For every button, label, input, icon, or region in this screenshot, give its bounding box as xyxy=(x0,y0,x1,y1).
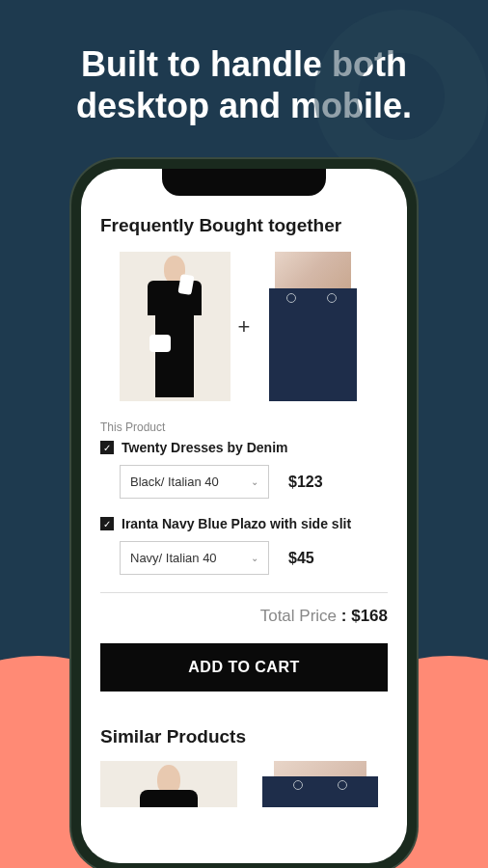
plus-icon: + xyxy=(238,314,251,339)
phone-screen: Frequently Bought together + xyxy=(81,169,407,863)
product-checkbox-1[interactable]: ✓ xyxy=(100,441,114,454)
phone-notch xyxy=(162,169,326,196)
products-row: + xyxy=(100,252,388,401)
product-checkbox-2[interactable]: ✓ xyxy=(100,517,114,530)
check-icon: ✓ xyxy=(103,519,111,529)
total-row: Total Price : $168 xyxy=(100,607,388,626)
add-to-cart-button[interactable]: ADD TO CART xyxy=(100,643,388,692)
product-option-2: ✓ Iranta Navy Blue Plazo with side slit … xyxy=(100,516,388,575)
variant-dropdown-1[interactable]: Black/ Italian 40 ⌄ xyxy=(120,465,269,499)
product-price-2: $45 xyxy=(288,550,314,567)
product-name-2: Iranta Navy Blue Plazo with side slit xyxy=(122,516,351,531)
total-separator: : xyxy=(337,607,351,625)
product-name-1: Twenty Dresses by Denim xyxy=(122,440,287,455)
this-product-label: This Product xyxy=(100,420,388,434)
variant-dropdown-2[interactable]: Navy/ Italian 40 ⌄ xyxy=(120,541,269,575)
product-option-1: ✓ Twenty Dresses by Denim Black/ Italian… xyxy=(100,440,388,499)
similar-products-row xyxy=(100,761,388,807)
product-image-2[interactable] xyxy=(258,252,368,401)
chevron-down-icon: ⌄ xyxy=(251,476,258,487)
option-row-2: Navy/ Italian 40 ⌄ $45 xyxy=(120,541,388,575)
frequently-bought-title: Frequently Bought together xyxy=(100,215,388,236)
total-value: $168 xyxy=(351,607,388,625)
chevron-down-icon: ⌄ xyxy=(251,553,258,563)
product-price-1: $123 xyxy=(288,474,323,491)
check-icon: ✓ xyxy=(103,443,111,453)
similar-products-title: Similar Products xyxy=(100,726,388,747)
checkbox-row-1: ✓ Twenty Dresses by Denim xyxy=(100,440,388,455)
total-label: Total Price xyxy=(260,607,337,625)
option-row-1: Black/ Italian 40 ⌄ $123 xyxy=(120,465,388,499)
similar-product-2[interactable] xyxy=(251,761,388,807)
screen-content: Frequently Bought together + xyxy=(81,169,407,863)
similar-product-1[interactable] xyxy=(100,761,237,807)
divider xyxy=(100,592,388,593)
product-image-1[interactable] xyxy=(120,252,230,401)
variant-label-1: Black/ Italian 40 xyxy=(130,475,219,489)
variant-label-2: Navy/ Italian 40 xyxy=(130,551,217,565)
bg-decoration-top xyxy=(314,10,488,183)
phone-frame: Frequently Bought together + xyxy=(71,159,417,868)
checkbox-row-2: ✓ Iranta Navy Blue Plazo with side slit xyxy=(100,516,388,531)
